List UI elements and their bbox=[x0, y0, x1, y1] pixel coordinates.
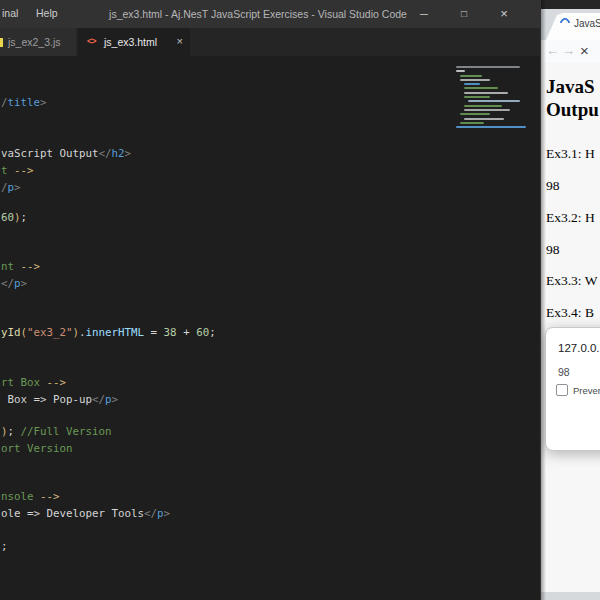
code-token: > bbox=[125, 147, 132, 160]
minimap-line bbox=[456, 70, 465, 72]
code-token: Box => Pop-up bbox=[1, 393, 92, 406]
code-line: </p> bbox=[1, 277, 27, 290]
code-token: nsole bbox=[1, 490, 40, 503]
code-token: ; bbox=[1, 540, 8, 553]
code-token: ; bbox=[209, 326, 216, 339]
code-line: ole => Developer Tools</p> bbox=[1, 507, 170, 520]
code-line: ; bbox=[1, 540, 8, 553]
code-editor[interactable]: /title>vaScript Output</h2>t -->/p>60);n… bbox=[0, 56, 537, 600]
close-tab-icon[interactable]: × bbox=[177, 35, 183, 47]
minimap[interactable] bbox=[456, 66, 533, 134]
code-token: vaScript Output bbox=[1, 147, 99, 160]
html-file-icon: <> bbox=[87, 36, 96, 46]
code-token: --> bbox=[40, 490, 60, 503]
code-line: /p> bbox=[1, 181, 21, 194]
minimize-button[interactable]: ─ bbox=[409, 0, 439, 28]
prevent-dialogs-checkbox[interactable] bbox=[556, 384, 568, 396]
code-line: Box => Pop-up</p> bbox=[1, 393, 118, 406]
browser-toolbar: ← → × bbox=[541, 40, 600, 64]
code-token: = bbox=[144, 326, 164, 339]
window-title: js_ex3.html - Aj.NesT JavaScript Exercis… bbox=[108, 8, 408, 20]
tab-label: js_ex3.html bbox=[104, 36, 157, 48]
minimap-line bbox=[464, 83, 480, 85]
javascript-file-icon bbox=[0, 38, 3, 47]
minimap-line bbox=[456, 126, 526, 128]
code-token: + bbox=[177, 326, 197, 339]
minimap-line bbox=[460, 75, 482, 77]
code-token: title bbox=[8, 96, 41, 109]
code-token: > bbox=[112, 393, 119, 406]
tab-js-ex2-3[interactable]: js_ex2_3.js bbox=[0, 28, 76, 56]
browser-bottom-edge bbox=[541, 592, 600, 600]
code-token: yId bbox=[1, 326, 21, 339]
code-line: rt Box --> bbox=[1, 376, 66, 389]
code-token: </ bbox=[1, 277, 14, 290]
menu-item-help[interactable]: Help bbox=[36, 7, 58, 19]
minimap-line bbox=[464, 96, 490, 98]
page-content: JavaS Outpu Ex3.1: H98Ex3.2: H98Ex3.3: W… bbox=[541, 63, 600, 592]
minimap-line bbox=[460, 113, 490, 115]
code-token: --> bbox=[21, 260, 41, 273]
alert-origin: 127.0.0.1 bbox=[558, 342, 600, 354]
prevent-dialogs-row: Preven bbox=[556, 384, 600, 396]
code-token: 60 bbox=[196, 326, 209, 339]
code-token: </ bbox=[144, 507, 157, 520]
minimap-line bbox=[460, 122, 484, 124]
code-token: --> bbox=[47, 376, 67, 389]
minimap-line bbox=[460, 79, 490, 81]
tab-js-ex3-html[interactable]: <> js_ex3.html × bbox=[78, 28, 190, 56]
code-token: rt Box bbox=[1, 376, 47, 389]
browser-top-edge bbox=[541, 0, 600, 9]
code-line: nt --> bbox=[1, 260, 40, 273]
code-line: 60); bbox=[1, 211, 27, 224]
code-token: > bbox=[40, 96, 47, 109]
code-token: h2 bbox=[112, 147, 125, 160]
code-line: ort Version bbox=[1, 442, 73, 455]
code-token: t bbox=[1, 164, 14, 177]
alert-dialog: 127.0.0.1 98 Preven bbox=[545, 327, 600, 451]
code-token: ole => Developer Tools bbox=[1, 507, 144, 520]
code-line: ); //Full Version bbox=[1, 425, 112, 438]
code-line: t --> bbox=[1, 164, 34, 177]
code-token: ; bbox=[21, 211, 28, 224]
minimap-line bbox=[468, 100, 520, 102]
code-token: > bbox=[14, 181, 21, 194]
code-line: nsole --> bbox=[1, 490, 60, 503]
close-window-button[interactable]: × bbox=[489, 0, 519, 28]
vscode-window: inal Help js_ex3.html - Aj.NesT JavaScri… bbox=[0, 0, 541, 600]
forward-icon[interactable]: → bbox=[562, 43, 575, 58]
menu-item-terminal[interactable]: inal bbox=[2, 7, 18, 19]
maximize-button[interactable]: □ bbox=[449, 0, 479, 28]
minimap-line bbox=[456, 66, 520, 68]
prevent-dialogs-label: Preven bbox=[573, 385, 600, 396]
stop-icon[interactable]: × bbox=[580, 42, 589, 59]
minimap-line bbox=[464, 118, 504, 120]
code-token: > bbox=[164, 507, 171, 520]
minimap-line bbox=[464, 87, 498, 89]
code-token: 60 bbox=[1, 211, 14, 224]
code-line: /title> bbox=[1, 96, 47, 109]
screen: inal Help js_ex3.html - Aj.NesT JavaScri… bbox=[0, 0, 600, 600]
back-icon[interactable]: ← bbox=[546, 43, 559, 58]
code-token: ; bbox=[8, 425, 21, 438]
browser-tab-strip: JavaScr bbox=[541, 9, 600, 40]
tab-label: js_ex2_3.js bbox=[8, 36, 61, 48]
code-token: --> bbox=[14, 164, 34, 177]
code-line: vaScript Output</h2> bbox=[1, 147, 131, 160]
code-token: </ bbox=[92, 393, 105, 406]
code-line: yId("ex3_2").innerHTML = 38 + 60; bbox=[1, 326, 216, 339]
code-token: //Full Version bbox=[21, 425, 112, 438]
code-token: ort Version bbox=[1, 442, 73, 455]
browser-tab-title: JavaScr bbox=[574, 18, 600, 29]
code-token: innerHTML bbox=[86, 326, 145, 339]
code-token: "ex3_2" bbox=[27, 326, 73, 339]
code-token: </ bbox=[99, 147, 112, 160]
minimap-line bbox=[464, 109, 510, 111]
code-token: nt bbox=[1, 260, 21, 273]
editor-tabbar: js_ex2_3.js <> js_ex3.html × ··· bbox=[0, 28, 541, 56]
alert-message: 98 bbox=[558, 366, 570, 378]
minimap-line bbox=[464, 92, 508, 94]
browser-window: JavaScr ← → × JavaS Outpu Ex3.1: H98Ex3.… bbox=[541, 0, 600, 600]
code-token: > bbox=[21, 277, 28, 290]
vscode-titlebar: inal Help js_ex3.html - Aj.NesT JavaScri… bbox=[0, 0, 541, 28]
